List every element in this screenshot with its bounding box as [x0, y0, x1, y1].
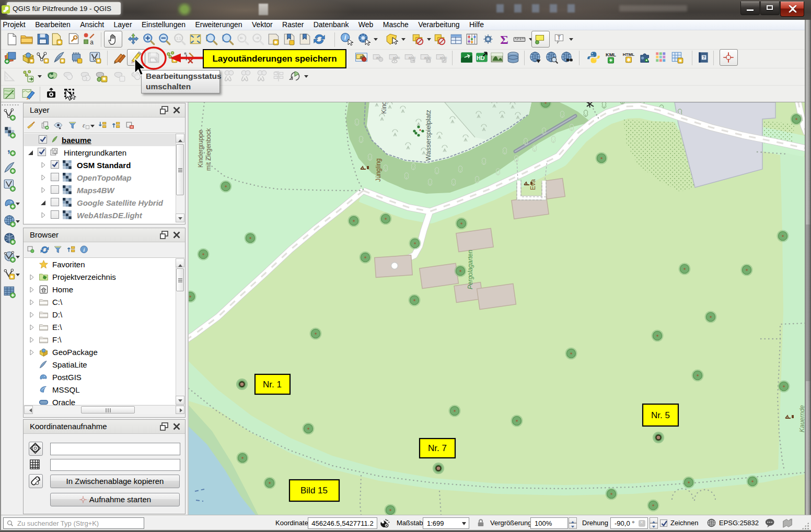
- svg-text:T: T: [558, 34, 561, 41]
- svg-text:Wasserspielplatz: Wasserspielplatz: [424, 110, 432, 161]
- svg-text:✱: ✱: [30, 58, 33, 63]
- svg-text:mit Ziegenbock: mit Ziegenbock: [205, 128, 212, 171]
- svg-text:Nr. 7: Nr. 7: [428, 443, 447, 453]
- svg-text:KML: KML: [606, 52, 616, 57]
- svg-text:Kino: Kino: [380, 102, 388, 114]
- svg-text:i: i: [83, 247, 85, 253]
- svg-text:✱: ✱: [679, 58, 682, 63]
- svg-text:,: ,: [7, 143, 10, 155]
- svg-text:?: ?: [702, 55, 705, 60]
- svg-text:Nr. 1: Nr. 1: [263, 380, 282, 389]
- svg-text:Bild 15: Bild 15: [300, 486, 328, 495]
- svg-text:ε: ε: [83, 122, 85, 129]
- svg-text:Nr. 5: Nr. 5: [651, 410, 670, 420]
- svg-text:✱: ✱: [627, 57, 631, 63]
- svg-text:Jüngling: Jüngling: [375, 158, 382, 182]
- svg-text:a: a: [90, 39, 94, 46]
- svg-text:1:1: 1:1: [176, 37, 181, 40]
- svg-text:✱: ✱: [10, 275, 14, 279]
- svg-text:✱: ✱: [44, 58, 48, 63]
- svg-text:HTML: HTML: [623, 52, 635, 57]
- svg-text:✱: ✱: [274, 40, 277, 45]
- svg-text:Kindergruppe: Kindergruppe: [197, 130, 204, 168]
- svg-text:Eva: Eva: [529, 179, 537, 190]
- svg-text:✱: ✱: [61, 58, 64, 63]
- svg-text:Σ: Σ: [500, 33, 508, 46]
- svg-text:✱: ✱: [97, 58, 100, 63]
- svg-text:✱: ✱: [57, 40, 61, 45]
- svg-text:Pergolagarten: Pergolagarten: [467, 250, 474, 289]
- svg-text:abc: abc: [393, 55, 400, 60]
- svg-text:✱: ✱: [102, 76, 106, 81]
